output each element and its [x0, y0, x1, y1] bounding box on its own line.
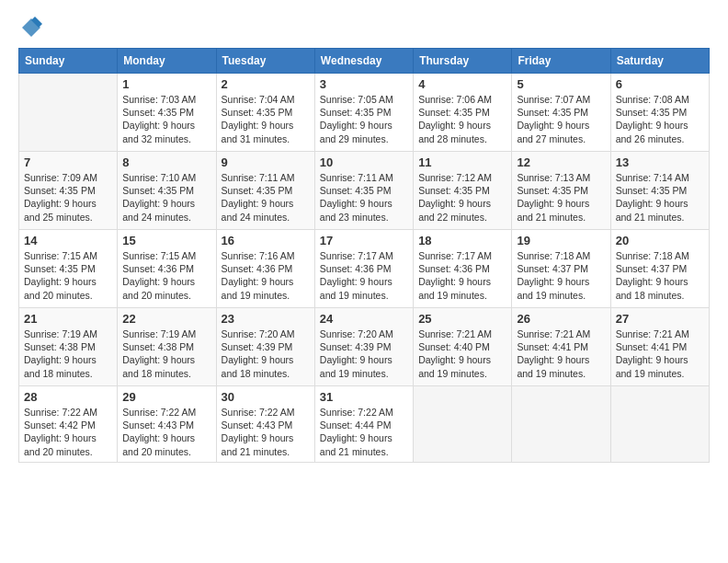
calendar-cell: 25Sunrise: 7:21 AMSunset: 4:40 PMDayligh… [414, 308, 512, 386]
sunrise-text: Sunrise: 7:19 AM [122, 328, 196, 339]
calendar-cell: 30Sunrise: 7:22 AMSunset: 4:43 PMDayligh… [216, 386, 314, 463]
calendar-cell: 23Sunrise: 7:20 AMSunset: 4:39 PMDayligh… [216, 308, 314, 386]
calendar-week-row: 7Sunrise: 7:09 AMSunset: 4:35 PMDaylight… [19, 152, 710, 230]
sunrise-text: Sunrise: 7:21 AM [517, 328, 590, 339]
daylight-text: Daylight: 9 hours and 19 minutes. [222, 276, 294, 300]
daylight-text: Daylight: 9 hours and 21 minutes. [517, 198, 589, 222]
sunrise-text: Sunrise: 7:22 AM [320, 407, 393, 418]
calendar-cell: 28Sunrise: 7:22 AMSunset: 4:42 PMDayligh… [19, 386, 118, 463]
sunrise-text: Sunrise: 7:04 AM [222, 94, 295, 105]
sunrise-text: Sunrise: 7:17 AM [320, 250, 393, 261]
calendar-cell: 12Sunrise: 7:13 AMSunset: 4:35 PMDayligh… [512, 152, 610, 230]
daylight-text: Daylight: 9 hours and 25 minutes. [24, 198, 97, 222]
sunrise-text: Sunrise: 7:09 AM [24, 172, 97, 183]
day-info: Sunrise: 7:03 AMSunset: 4:35 PMDaylight:… [122, 93, 210, 145]
sunrise-text: Sunrise: 7:19 AM [24, 328, 97, 339]
calendar-cell: 15Sunrise: 7:15 AMSunset: 4:36 PMDayligh… [118, 230, 216, 308]
calendar-cell [512, 386, 610, 463]
sunset-text: Sunset: 4:37 PM [616, 263, 688, 274]
day-info: Sunrise: 7:21 AMSunset: 4:41 PMDaylight:… [616, 327, 704, 380]
day-number: 3 [320, 77, 408, 91]
daylight-text: Daylight: 9 hours and 28 minutes. [418, 120, 491, 144]
calendar-cell: 17Sunrise: 7:17 AMSunset: 4:36 PMDayligh… [314, 230, 413, 308]
day-number: 22 [122, 312, 210, 326]
sunset-text: Sunset: 4:38 PM [24, 341, 96, 352]
weekday-header: Monday [118, 49, 216, 74]
day-info: Sunrise: 7:17 AMSunset: 4:36 PMDaylight:… [418, 249, 506, 302]
day-info: Sunrise: 7:10 AMSunset: 4:35 PMDaylight:… [122, 171, 210, 224]
calendar-cell: 10Sunrise: 7:11 AMSunset: 4:35 PMDayligh… [314, 152, 413, 230]
day-info: Sunrise: 7:20 AMSunset: 4:39 PMDaylight:… [320, 327, 408, 380]
daylight-text: Daylight: 9 hours and 19 minutes. [320, 276, 392, 300]
calendar-cell [19, 74, 118, 152]
day-info: Sunrise: 7:14 AMSunset: 4:35 PMDaylight:… [616, 171, 704, 224]
weekday-header: Sunday [19, 49, 118, 74]
day-info: Sunrise: 7:11 AMSunset: 4:35 PMDaylight:… [320, 171, 408, 224]
sunset-text: Sunset: 4:38 PM [122, 341, 194, 352]
calendar-cell: 29Sunrise: 7:22 AMSunset: 4:43 PMDayligh… [118, 386, 216, 463]
day-number: 8 [122, 155, 210, 169]
daylight-text: Daylight: 9 hours and 21 minutes. [222, 432, 294, 456]
sunset-text: Sunset: 4:35 PM [616, 185, 688, 196]
sunset-text: Sunset: 4:42 PM [24, 419, 96, 431]
day-info: Sunrise: 7:20 AMSunset: 4:39 PMDaylight:… [222, 327, 310, 380]
sunset-text: Sunset: 4:36 PM [222, 263, 293, 274]
day-number: 20 [616, 234, 704, 247]
sunset-text: Sunset: 4:35 PM [24, 263, 96, 274]
day-number: 24 [320, 312, 408, 326]
sunrise-text: Sunrise: 7:18 AM [616, 250, 689, 261]
sunrise-text: Sunrise: 7:11 AM [222, 172, 295, 183]
day-number: 25 [418, 312, 506, 326]
daylight-text: Daylight: 9 hours and 19 minutes. [517, 276, 589, 300]
sunset-text: Sunset: 4:35 PM [517, 185, 588, 196]
weekday-header: Thursday [414, 49, 512, 74]
page-header [18, 15, 710, 40]
daylight-text: Daylight: 9 hours and 31 minutes. [222, 120, 294, 144]
daylight-text: Daylight: 9 hours and 20 minutes. [24, 276, 97, 300]
sunrise-text: Sunrise: 7:17 AM [418, 250, 492, 261]
weekday-header-row: SundayMondayTuesdayWednesdayThursdayFrid… [19, 49, 710, 74]
day-number: 17 [320, 234, 408, 247]
day-number: 9 [222, 155, 310, 169]
calendar-cell: 1Sunrise: 7:03 AMSunset: 4:35 PMDaylight… [118, 74, 216, 152]
sunrise-text: Sunrise: 7:03 AM [122, 94, 196, 105]
sunrise-text: Sunrise: 7:20 AM [222, 328, 295, 339]
day-info: Sunrise: 7:13 AMSunset: 4:35 PMDaylight:… [517, 171, 605, 224]
sunrise-text: Sunrise: 7:21 AM [616, 328, 689, 339]
calendar-cell: 27Sunrise: 7:21 AMSunset: 4:41 PMDayligh… [610, 308, 709, 386]
day-info: Sunrise: 7:22 AMSunset: 4:42 PMDaylight:… [24, 406, 112, 458]
day-number: 5 [517, 77, 605, 91]
calendar-cell: 20Sunrise: 7:18 AMSunset: 4:37 PMDayligh… [610, 230, 709, 308]
sunrise-text: Sunrise: 7:07 AM [517, 94, 590, 105]
sunset-text: Sunset: 4:35 PM [320, 185, 392, 196]
calendar-cell: 26Sunrise: 7:21 AMSunset: 4:41 PMDayligh… [512, 308, 610, 386]
daylight-text: Daylight: 9 hours and 23 minutes. [320, 198, 392, 222]
logo-icon [18, 15, 44, 40]
sunset-text: Sunset: 4:35 PM [122, 107, 194, 118]
daylight-text: Daylight: 9 hours and 20 minutes. [122, 276, 195, 300]
calendar-cell: 8Sunrise: 7:10 AMSunset: 4:35 PMDaylight… [118, 152, 216, 230]
daylight-text: Daylight: 9 hours and 29 minutes. [320, 120, 392, 144]
calendar-cell [414, 386, 512, 463]
sunrise-text: Sunrise: 7:12 AM [418, 172, 492, 183]
day-number: 28 [24, 390, 112, 404]
day-number: 16 [222, 234, 310, 247]
daylight-text: Daylight: 9 hours and 32 minutes. [122, 120, 195, 144]
calendar-cell: 16Sunrise: 7:16 AMSunset: 4:36 PMDayligh… [216, 230, 314, 308]
sunset-text: Sunset: 4:41 PM [517, 341, 588, 352]
daylight-text: Daylight: 9 hours and 19 minutes. [418, 276, 491, 300]
sunset-text: Sunset: 4:36 PM [122, 263, 194, 274]
sunset-text: Sunset: 4:39 PM [222, 341, 293, 352]
sunrise-text: Sunrise: 7:14 AM [616, 172, 689, 183]
sunset-text: Sunset: 4:36 PM [418, 263, 490, 274]
day-number: 7 [24, 155, 112, 169]
calendar-cell: 14Sunrise: 7:15 AMSunset: 4:35 PMDayligh… [19, 230, 118, 308]
day-number: 13 [616, 155, 704, 169]
calendar-week-row: 1Sunrise: 7:03 AMSunset: 4:35 PMDaylight… [19, 74, 710, 152]
day-number: 21 [24, 312, 112, 326]
calendar-cell: 9Sunrise: 7:11 AMSunset: 4:35 PMDaylight… [216, 152, 314, 230]
sunset-text: Sunset: 4:35 PM [222, 185, 293, 196]
day-number: 30 [222, 390, 310, 404]
calendar-cell [610, 386, 709, 463]
daylight-text: Daylight: 9 hours and 18 minutes. [222, 354, 294, 378]
